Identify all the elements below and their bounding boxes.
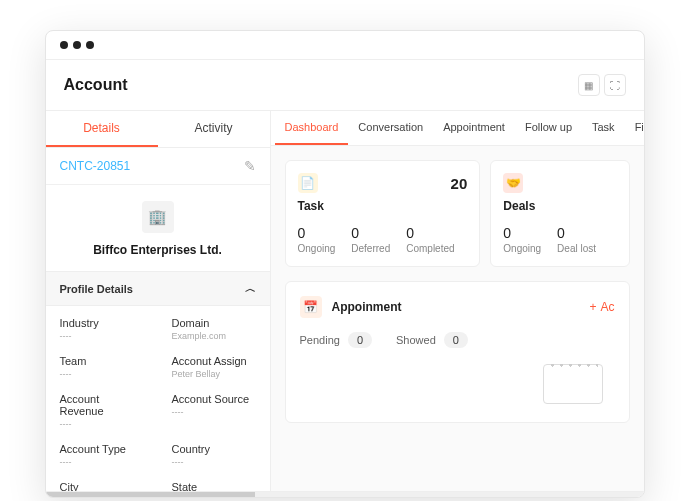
stat: 0 Deal lost <box>557 225 596 254</box>
field-label: Acconut Assign <box>172 355 256 367</box>
stat-num: 0 <box>557 225 596 241</box>
body: Details Activity CNTC-20851 ✎ 🏢 Biffco E… <box>46 111 644 491</box>
calendar-icon: 📅 <box>300 296 322 318</box>
field-label: Team <box>60 355 144 367</box>
task-icon: 📄 <box>298 173 318 193</box>
pending-stat: Pending 0 <box>300 332 373 348</box>
left-tabs: Details Activity <box>46 111 270 148</box>
field-label: Country <box>172 443 256 455</box>
stat: 0 Completed <box>406 225 454 254</box>
card-title: Task <box>298 199 468 213</box>
tab-conversation[interactable]: Conversation <box>348 111 433 145</box>
stat-num: 0 <box>406 225 454 241</box>
task-stats: 0 Ongoing 0 Deferred 0 Completed <box>298 225 468 254</box>
tab-followup[interactable]: Follow up <box>515 111 582 145</box>
showed-stat: Showed 0 <box>396 332 468 348</box>
right-panel: Dashboard Conversation Appointment Follo… <box>271 111 644 491</box>
field-industry: Industry ---- <box>46 310 158 348</box>
tab-activity[interactable]: Activity <box>158 111 270 147</box>
appointment-stats: Pending 0 Showed 0 <box>300 332 615 348</box>
field-label: Acconut Source <box>172 393 256 405</box>
card-top: 🤝 <box>503 173 616 193</box>
field-value: ---- <box>60 369 144 379</box>
add-appointment-button[interactable]: + Ac <box>589 300 614 314</box>
company-name: Biffco Enterprises Ltd. <box>46 243 270 257</box>
page-header: Account ▦ ⛶ <box>46 60 644 111</box>
stat-label: Deferred <box>351 243 390 254</box>
horizontal-scrollbar[interactable] <box>46 491 644 497</box>
pending-label: Pending <box>300 334 340 346</box>
showed-label: Showed <box>396 334 436 346</box>
field-value: ---- <box>172 457 256 467</box>
app-window: Account ▦ ⛶ Details Activity CNTC-20851 … <box>45 30 645 498</box>
field-account-assign: Acconut Assign Peter Bellay <box>158 348 270 386</box>
header-actions: ▦ ⛶ <box>578 74 626 96</box>
field-label: Industry <box>60 317 144 329</box>
deals-card[interactable]: 🤝 Deals 0 Ongoing 0 Deal lost <box>490 160 629 267</box>
field-value: Example.com <box>172 331 256 341</box>
window-dot[interactable] <box>60 41 68 49</box>
field-value: ---- <box>60 331 144 341</box>
chevron-up-icon: ︿ <box>245 281 256 296</box>
appointment-header: 📅 Appoinment + Ac <box>300 296 615 318</box>
window-titlebar <box>46 31 644 60</box>
grid-view-button[interactable]: ▦ <box>578 74 600 96</box>
stat-label: Ongoing <box>503 243 541 254</box>
summary-cards: 📄 20 Task 0 Ongoing 0 Deferred <box>285 160 630 267</box>
stat-label: Completed <box>406 243 454 254</box>
field-state: State <box>158 474 270 491</box>
stat-label: Deal lost <box>557 243 596 254</box>
field-country: Country ---- <box>158 436 270 474</box>
appointment-card: 📅 Appoinment + Ac Pending 0 <box>285 281 630 423</box>
empty-illustration <box>300 364 615 408</box>
showed-count: 0 <box>444 332 468 348</box>
field-label: Domain <box>172 317 256 329</box>
field-domain: Domain Example.com <box>158 310 270 348</box>
notepad-icon <box>543 364 603 404</box>
field-value: ---- <box>172 407 256 417</box>
pending-count: 0 <box>348 332 372 348</box>
left-panel: Details Activity CNTC-20851 ✎ 🏢 Biffco E… <box>46 111 271 491</box>
field-label: Account Revenue <box>60 393 144 417</box>
company-block: 🏢 Biffco Enterprises Ltd. <box>46 185 270 271</box>
section-title: Profile Details <box>60 283 133 295</box>
window-controls <box>60 41 94 49</box>
field-account-revenue: Account Revenue ---- <box>46 386 158 436</box>
field-label: City <box>60 481 144 491</box>
card-title: Deals <box>503 199 616 213</box>
account-id-row: CNTC-20851 ✎ <box>46 148 270 185</box>
edit-icon[interactable]: ✎ <box>244 158 256 174</box>
tab-appointment[interactable]: Appointment <box>433 111 515 145</box>
field-city: City <box>46 474 158 491</box>
stat-num: 0 <box>298 225 336 241</box>
window-dot[interactable] <box>73 41 81 49</box>
tab-task[interactable]: Task <box>582 111 625 145</box>
account-id-link[interactable]: CNTC-20851 <box>60 159 131 173</box>
handshake-icon: 🤝 <box>503 173 523 193</box>
add-label: Ac <box>600 300 614 314</box>
field-label: Account Type <box>60 443 144 455</box>
window-dot[interactable] <box>86 41 94 49</box>
field-account-source: Acconut Source ---- <box>158 386 270 436</box>
tab-details[interactable]: Details <box>46 111 158 147</box>
tab-file[interactable]: File <box>625 111 644 145</box>
right-tabs: Dashboard Conversation Appointment Follo… <box>271 111 644 146</box>
tab-dashboard[interactable]: Dashboard <box>275 111 349 145</box>
profile-details-header[interactable]: Profile Details ︿ <box>46 271 270 306</box>
task-card[interactable]: 📄 20 Task 0 Ongoing 0 Deferred <box>285 160 481 267</box>
expand-button[interactable]: ⛶ <box>604 74 626 96</box>
building-icon: 🏢 <box>142 201 174 233</box>
appointment-title-group: 📅 Appoinment <box>300 296 402 318</box>
field-value: ---- <box>60 457 144 467</box>
field-account-type: Account Type ---- <box>46 436 158 474</box>
field-label: State <box>172 481 256 491</box>
page-title: Account <box>64 76 128 94</box>
stat-label: Ongoing <box>298 243 336 254</box>
field-value: Peter Bellay <box>172 369 256 379</box>
stat-num: 0 <box>351 225 390 241</box>
grid-icon: ▦ <box>584 80 593 91</box>
dashboard-content: 📄 20 Task 0 Ongoing 0 Deferred <box>271 146 644 491</box>
plus-icon: + <box>589 300 596 314</box>
appointment-title: Appoinment <box>332 300 402 314</box>
deals-stats: 0 Ongoing 0 Deal lost <box>503 225 616 254</box>
